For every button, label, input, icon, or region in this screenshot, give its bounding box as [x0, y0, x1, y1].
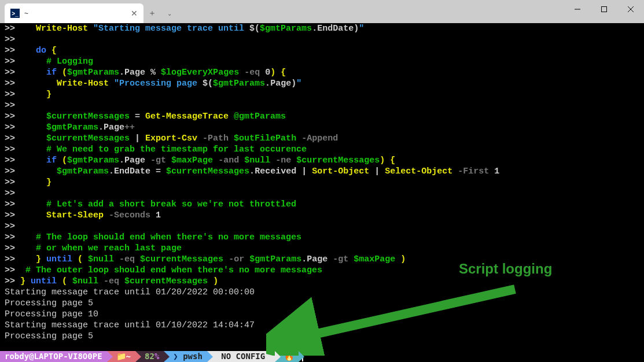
- code-line: >> # The outer loop should end when ther…: [5, 265, 639, 276]
- terminal-area[interactable]: >> Write-Host "Starting message trace un…: [0, 23, 644, 362]
- svg-rect-1: [602, 7, 607, 12]
- active-tab[interactable]: >_ ~ ✕: [5, 3, 143, 23]
- code-line: >> if ($gmtParams.Page % $logEveryXPages…: [5, 67, 639, 78]
- code-line: >>: [5, 34, 639, 45]
- code-line: >> } until ( $null -eq $currentMessages …: [5, 276, 639, 287]
- title-bar: >_ ~ ✕ ＋ ⌄: [0, 0, 644, 23]
- code-line: >> # The loop should end when there's no…: [5, 232, 639, 243]
- maximize-button[interactable]: [591, 0, 617, 19]
- output-line: Processing page 5: [5, 298, 639, 309]
- code-line: >>: [5, 188, 639, 199]
- code-line: >> Start-Sleep -Seconds 1: [5, 210, 639, 221]
- code-line: >> Write-Host "Starting message trace un…: [5, 23, 639, 34]
- minimize-button[interactable]: [564, 0, 591, 19]
- code-line: >> # Logging: [5, 56, 639, 67]
- code-line: >>: [5, 221, 639, 232]
- code-block: >> Write-Host "Starting message trace un…: [5, 23, 639, 287]
- code-line: >> # Let's add a short break so we're no…: [5, 199, 639, 210]
- window-controls: [564, 0, 644, 19]
- code-line: >> Write-Host "Processing page $($gmtPar…: [5, 78, 639, 89]
- code-line: >> }: [5, 177, 639, 188]
- output-line: Processing page 10: [5, 309, 639, 320]
- status-user-segment: robdy@LAPTOP-VI8O0PE: [0, 351, 107, 362]
- output-block: Starting message trace until 01/20/2022 …: [5, 287, 639, 342]
- code-line: >> $currentMessages = Get-MessageTrace @…: [5, 111, 639, 122]
- code-line: >> } until ( $null -eq $currentMessages …: [5, 254, 639, 265]
- code-line: >> $currentMessages | Export-Csv -Path $…: [5, 133, 639, 144]
- code-line: >> if ($gmtParams.Page -gt $maxPage -and…: [5, 155, 639, 166]
- code-line: >> $gmtParams.Page++: [5, 122, 639, 133]
- status-bar: robdy@LAPTOP-VI8O0PE 📁 ~ 82% ❯ pwsh NO C…: [0, 351, 644, 362]
- code-line: >> # or when we reach last page: [5, 243, 639, 254]
- close-tab-icon[interactable]: ✕: [131, 9, 138, 18]
- output-line: Starting message trace until 01/10/2022 …: [5, 320, 639, 331]
- code-line: >> # We need to grab the timestamp for l…: [5, 144, 639, 155]
- code-line: >> $gmtParams.EndDate = $currentMessages…: [5, 166, 639, 177]
- tab-dropdown-icon[interactable]: ⌄: [161, 3, 178, 23]
- code-line: >>: [5, 100, 639, 111]
- output-line: Processing page 5: [5, 331, 639, 342]
- tab-title: ~: [24, 9, 28, 17]
- status-config-segment: NO CONFIG: [207, 351, 275, 362]
- status-shell-segment: ❯ pwsh: [164, 351, 207, 362]
- code-line: >> }: [5, 89, 639, 100]
- close-window-button[interactable]: [617, 0, 644, 19]
- output-line: Starting message trace until 01/20/2022 …: [5, 287, 639, 298]
- new-tab-button[interactable]: ＋: [143, 3, 161, 23]
- powershell-icon: >_: [10, 9, 20, 18]
- code-line: >> do {: [5, 45, 639, 56]
